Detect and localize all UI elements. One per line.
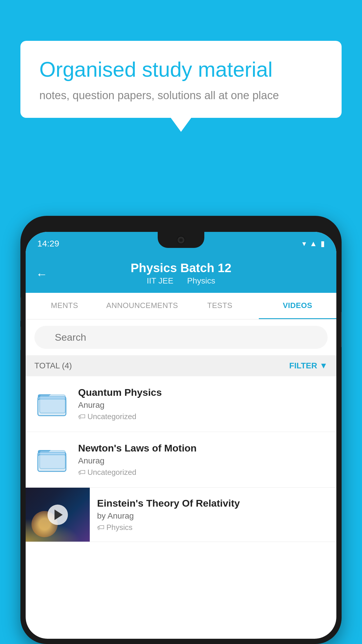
back-button[interactable]: ←: [36, 267, 48, 281]
video-tag-3: 🏷 Physics: [97, 523, 329, 532]
tag-icon-3: 🏷: [97, 523, 105, 532]
header-dot: [178, 276, 183, 285]
subtitle-physics: Physics: [187, 276, 215, 285]
subtitle-iitjee: IIT JEE: [147, 276, 173, 285]
svg-rect-2: [40, 395, 65, 413]
wifi-icon: ▾: [302, 239, 306, 248]
tab-ments[interactable]: MENTS: [26, 293, 103, 319]
camera-icon: [177, 236, 185, 244]
header-title: Physics Batch 12: [37, 261, 325, 275]
folder-icon: [37, 447, 66, 473]
folder-icon: [37, 391, 66, 417]
tag-icon-1: 🏷: [78, 412, 86, 421]
video-tag-2: 🏷 Uncategorized: [78, 468, 328, 477]
tab-videos[interactable]: VIDEOS: [259, 293, 337, 319]
header-subtitle: IIT JEE Physics: [37, 276, 325, 286]
status-time: 14:29: [37, 239, 59, 249]
tag-icon-2: 🏷: [78, 468, 86, 477]
volume-up-button: [20, 298, 21, 321]
volume-down-button: [20, 327, 21, 350]
video-author-3: by Anurag: [97, 511, 329, 521]
bubble-title: Organised study material: [39, 57, 323, 82]
folder-thumbnail-2: [34, 442, 69, 477]
filter-button[interactable]: FILTER ▼: [289, 361, 328, 370]
search-container: 🔍: [26, 319, 336, 355]
battery-icon: ▮: [321, 239, 325, 248]
tab-announcements[interactable]: ANNOUNCEMENTS: [103, 293, 181, 319]
video-info-2: Newton's Laws of Motion Anurag 🏷 Uncateg…: [78, 442, 328, 477]
video-info-1: Quantum Physics Anurag 🏷 Uncategorized: [78, 387, 328, 421]
tabs-container: MENTS ANNOUNCEMENTS TESTS VIDEOS: [26, 293, 336, 319]
filter-icon: ▼: [319, 361, 328, 370]
video-author-2: Anurag: [78, 456, 328, 466]
video-title-1: Quantum Physics: [78, 387, 328, 398]
list-item[interactable]: Newton's Laws of Motion Anurag 🏷 Uncateg…: [26, 432, 336, 488]
svg-rect-5: [40, 451, 65, 469]
app-header: ← Physics Batch 12 IIT JEE Physics: [26, 255, 336, 293]
signal-icon: ▲: [310, 239, 317, 248]
bubble-subtitle: notes, question papers, solutions all at…: [39, 89, 323, 102]
list-item[interactable]: Quantum Physics Anurag 🏷 Uncategorized: [26, 376, 336, 432]
speech-bubble: Organised study material notes, question…: [20, 41, 342, 118]
phone-frame: 14:29 ▾ ▲ ▮ ← Physics Batch 12 IIT JEE P…: [20, 216, 342, 644]
search-wrapper: 🔍: [34, 326, 328, 349]
video-info-3: Einstein's Theory Of Relativity by Anura…: [90, 490, 336, 539]
video-author-1: Anurag: [78, 400, 328, 410]
list-item[interactable]: Einstein's Theory Of Relativity by Anura…: [26, 488, 336, 542]
filter-bar: TOTAL (4) FILTER ▼: [26, 355, 336, 376]
notch: [158, 232, 204, 248]
speech-bubble-container: Organised study material notes, question…: [20, 41, 342, 118]
video-title-3: Einstein's Theory Of Relativity: [97, 498, 329, 509]
search-input[interactable]: [34, 326, 328, 349]
video-list: Quantum Physics Anurag 🏷 Uncategorized: [26, 376, 336, 542]
folder-thumbnail-1: [34, 386, 69, 421]
power-button: [341, 312, 342, 347]
video-tag-1: 🏷 Uncategorized: [78, 412, 328, 421]
phone-screen: 14:29 ▾ ▲ ▮ ← Physics Batch 12 IIT JEE P…: [26, 232, 336, 639]
play-button-3[interactable]: [48, 505, 68, 525]
play-triangle-icon: [55, 510, 63, 520]
tab-tests[interactable]: TESTS: [181, 293, 259, 319]
filter-label: FILTER: [289, 361, 317, 370]
video-thumbnail-3: [26, 488, 90, 542]
total-count-label: TOTAL (4): [34, 361, 72, 370]
video-title-2: Newton's Laws of Motion: [78, 442, 328, 454]
status-icons: ▾ ▲ ▮: [302, 239, 325, 248]
